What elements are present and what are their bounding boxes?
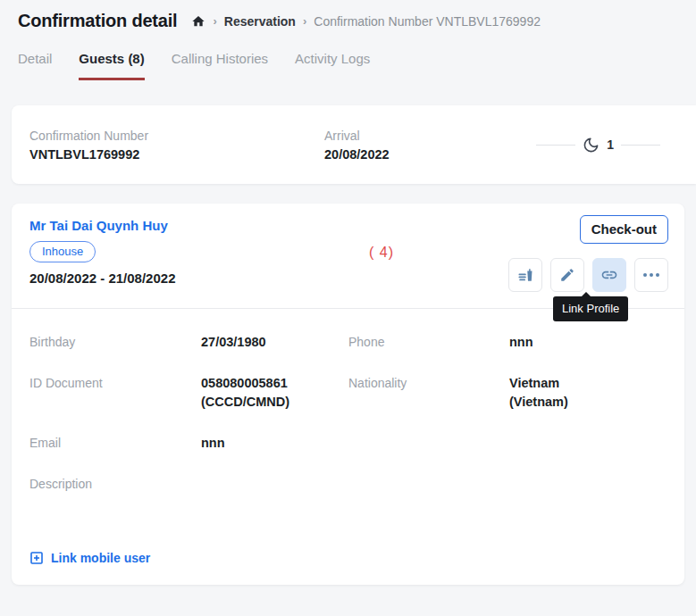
field-label: Arrival bbox=[324, 129, 536, 143]
chevron-right-icon: › bbox=[213, 14, 216, 28]
link-chain-icon bbox=[600, 266, 618, 284]
field-value-line: 058080005861 bbox=[201, 374, 348, 393]
action-icon-row: Link Profile bbox=[508, 258, 668, 292]
food-drink-button[interactable] bbox=[508, 258, 542, 292]
field-label: Email bbox=[29, 434, 201, 453]
moon-icon bbox=[583, 137, 600, 154]
check-out-button[interactable]: Check-out bbox=[580, 215, 668, 244]
breadcrumb-reservation[interactable]: Reservation bbox=[224, 14, 296, 29]
field-value: 20/08/2022 bbox=[324, 147, 536, 162]
field-value-line: (Vietnam) bbox=[509, 393, 667, 412]
guest-details-grid: Birthday 27/03/1980 Phone nnn ID Documen… bbox=[12, 309, 684, 494]
ellipsis-icon bbox=[643, 273, 659, 277]
field-value: 058080005861 (CCCD/CMND) bbox=[201, 374, 348, 412]
guest-card-header: Mr Tai Dai Quynh Huy Inhouse 20/08/2022 … bbox=[12, 204, 684, 308]
chevron-right-icon: › bbox=[303, 14, 306, 28]
nights-indicator: 1 bbox=[536, 137, 660, 154]
guest-actions: Check-out bbox=[508, 215, 668, 292]
field-value: nnn bbox=[201, 434, 348, 453]
pencil-icon bbox=[559, 267, 575, 283]
field-value: Vietnam (Vietnam) bbox=[509, 374, 667, 412]
breadcrumb-confirmation: Confirmation Number VNTLBVL1769992 bbox=[314, 14, 541, 29]
page-title: Confirmation detail bbox=[18, 11, 177, 31]
link-profile-tooltip: Link Profile bbox=[553, 296, 628, 321]
field-label: Phone bbox=[348, 333, 509, 352]
field-label: Nationality bbox=[348, 374, 509, 393]
field-value: 27/03/1980 bbox=[201, 333, 348, 352]
edit-guest-button[interactable] bbox=[550, 258, 584, 292]
plus-square-icon bbox=[29, 551, 44, 565]
arrival-field: Arrival 20/08/2022 bbox=[324, 129, 536, 162]
field-value-line: Vietnam bbox=[509, 374, 667, 393]
link-mobile-user-label: Link mobile user bbox=[51, 551, 150, 565]
food-drink-icon bbox=[517, 267, 533, 283]
confirmation-number-field: Confirmation Number VNTLBVL1769992 bbox=[29, 129, 324, 162]
page-header: Confirmation detail › Reservation › Conf… bbox=[0, 0, 696, 31]
divider bbox=[536, 145, 575, 146]
tab-detail[interactable]: Detail bbox=[18, 51, 52, 80]
link-profile-button[interactable] bbox=[592, 258, 626, 292]
field-value-line: (CCCD/CMND) bbox=[201, 393, 348, 412]
field-label: ID Document bbox=[29, 374, 201, 393]
field-label: Birthday bbox=[29, 333, 201, 352]
breadcrumb: › Reservation › Confirmation Number VNTL… bbox=[191, 14, 541, 29]
annotation-marker: ( 4) bbox=[369, 245, 394, 261]
divider bbox=[621, 145, 660, 146]
field-label: Confirmation Number bbox=[29, 129, 324, 143]
guest-card: Mr Tai Dai Quynh Huy Inhouse 20/08/2022 … bbox=[12, 204, 684, 585]
nights-count: 1 bbox=[607, 137, 614, 152]
tab-activity-logs[interactable]: Activity Logs bbox=[295, 51, 370, 80]
tab-guests[interactable]: Guests (8) bbox=[79, 51, 144, 80]
link-mobile-user-button[interactable]: Link mobile user bbox=[12, 551, 168, 585]
field-value: nnn bbox=[509, 333, 667, 352]
field-label: Description bbox=[29, 475, 201, 494]
home-icon[interactable] bbox=[191, 14, 205, 29]
field-value: VNTLBVL1769992 bbox=[29, 147, 324, 162]
status-badge: Inhouse bbox=[29, 241, 96, 262]
tab-calling-histories[interactable]: Calling Histories bbox=[172, 51, 268, 80]
more-actions-button[interactable] bbox=[634, 258, 668, 292]
reservation-summary-card: Confirmation Number VNTLBVL1769992 Arriv… bbox=[12, 105, 696, 184]
tab-bar: Detail Guests (8) Calling Histories Acti… bbox=[0, 31, 696, 80]
